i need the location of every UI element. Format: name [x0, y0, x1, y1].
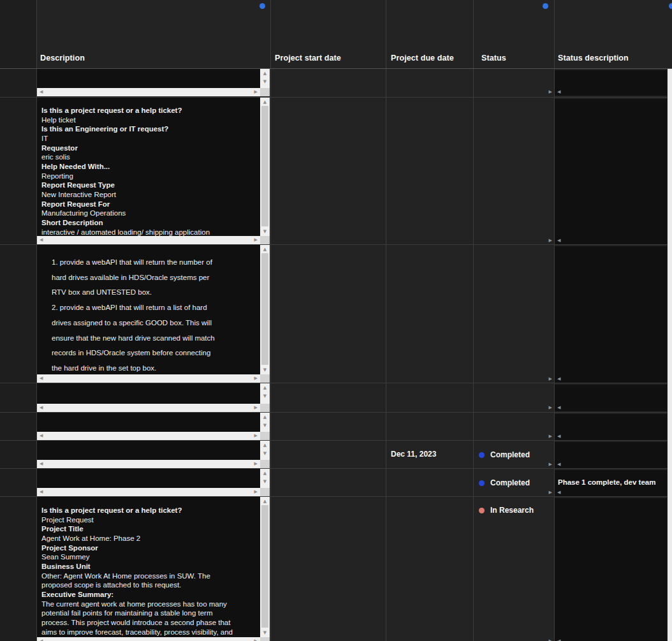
column-header-status-description[interactable]: Status description — [558, 54, 629, 63]
cell-vertical-scrollbar[interactable]: ▲▼ — [260, 383, 270, 404]
description-cell[interactable]: ▲▼ ◀▶ — [37, 383, 270, 412]
description-cell[interactable]: Is this a project request or a help tick… — [37, 98, 270, 244]
status-description-cell[interactable]: ◀▶ — [555, 246, 667, 383]
column-update-dot-icon — [259, 3, 265, 9]
cell-horizontal-scrollbar[interactable]: ◀▶ — [37, 236, 260, 244]
cell-horizontal-scrollbar[interactable]: ◀▶ — [37, 637, 260, 641]
grid-vline — [270, 0, 271, 641]
status-value[interactable]: Completed — [490, 450, 530, 459]
description-cell[interactable]: ▲▼ ◀▶ — [37, 441, 270, 468]
cell-horizontal-scrollbar[interactable]: ◀▶ — [37, 404, 260, 412]
cell-vertical-scrollbar[interactable]: ▲ ▼ — [260, 245, 270, 374]
scrollbar-corner — [260, 488, 270, 496]
column-update-dot-icon — [669, 3, 672, 9]
column-header-project-start-date[interactable]: Project start date — [275, 54, 341, 63]
grid-vline — [386, 0, 386, 641]
scrollbar-corner — [260, 374, 270, 383]
cell-vertical-scrollbar[interactable]: ▲▼ — [260, 441, 270, 460]
status-description-cell[interactable]: ◀▶ — [555, 498, 667, 641]
status-description-cell[interactable]: ◀▶ — [555, 414, 667, 440]
scrollbar-corner — [260, 460, 270, 468]
cell-horizontal-scrollbar[interactable]: ◀▶ — [37, 374, 260, 383]
cell-horizontal-scrollbar[interactable]: ◀▶ — [37, 488, 260, 496]
cell-vertical-scrollbar[interactable]: ▲▼ — [260, 413, 270, 432]
column-header-status[interactable]: Status — [481, 54, 506, 63]
status-description-cell[interactable]: Phase 1 complete, dev team ◀▶ — [555, 470, 667, 496]
grid-vline — [473, 0, 474, 641]
status-description-cell[interactable]: ◀▶ — [555, 70, 667, 96]
scrollbar-corner — [260, 88, 270, 96]
scrollbar-corner — [260, 236, 270, 244]
status-dot-icon — [479, 452, 485, 458]
column-header-project-due-date[interactable]: Project due date — [391, 54, 454, 63]
status-value[interactable]: Completed — [490, 478, 530, 487]
cell-vertical-scrollbar[interactable]: ▲ ▼ — [260, 98, 270, 236]
status-description-cell[interactable]: ◀▶ — [555, 99, 667, 244]
project-due-date-value[interactable]: Dec 11, 2023 — [391, 450, 436, 459]
description-text: 1. provide a webAPI that will return the… — [37, 245, 260, 374]
cell-horizontal-scrollbar[interactable]: ◀▶ — [37, 88, 260, 96]
scrollbar-corner — [260, 404, 270, 412]
row-gutter — [0, 0, 36, 641]
cell-horizontal-scrollbar[interactable]: ◀▶ — [37, 432, 260, 440]
cell-vertical-scrollbar[interactable]: ▲▼ — [260, 469, 270, 488]
status-value[interactable]: In Research — [490, 506, 534, 515]
status-dot-icon — [479, 480, 485, 486]
description-text: Is this a project request or a help tick… — [37, 497, 260, 637]
column-update-dot-icon — [543, 3, 548, 9]
status-description-cell[interactable]: ◀▶ — [555, 385, 667, 411]
cell-vertical-scrollbar[interactable]: ▲▼ — [260, 69, 270, 88]
page-vertical-scrollbar[interactable] — [668, 69, 672, 641]
status-description-value: Phase 1 complete, dev team — [558, 478, 655, 486]
description-cell[interactable]: ▲▼ ◀▶ — [37, 469, 270, 496]
status-description-cell[interactable]: ◀▶ — [555, 442, 667, 468]
description-text: Is this a project request or a help tick… — [37, 98, 260, 236]
status-dot-icon — [479, 508, 485, 513]
description-cell[interactable]: Is this a project request or a help tick… — [37, 497, 270, 641]
cell-horizontal-scrollbar[interactable]: ◀▶ — [37, 460, 260, 468]
description-cell[interactable]: 1. provide a webAPI that will return the… — [37, 245, 270, 383]
description-cell[interactable]: ▲▼ ◀▶ — [37, 413, 270, 440]
cell-vertical-scrollbar[interactable]: ▲ ▼ — [260, 497, 270, 637]
scrollbar-corner — [260, 432, 270, 440]
scrollbar-corner — [260, 637, 270, 641]
column-header-description[interactable]: Description — [40, 54, 85, 63]
description-cell[interactable]: ▲▼ ◀▶ — [37, 69, 270, 96]
